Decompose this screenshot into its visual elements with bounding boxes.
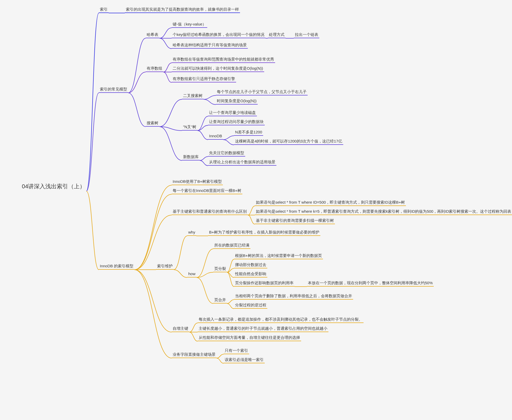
node-n3f2[interactable]: 该索引必须是唯一索引 xyxy=(224,356,265,363)
node-n3d2a[interactable]: 所在的数据页已经满 xyxy=(213,242,250,249)
edge-n3-n3b xyxy=(134,194,172,270)
edge-n2b-n2b3 xyxy=(163,72,172,82)
node-n2a[interactable]: 哈希表 xyxy=(146,31,159,38)
node-n2c2b[interactable]: 让查询过程访问尽量少的数据块 xyxy=(208,118,265,125)
node-n2c[interactable]: 搜索树 xyxy=(146,120,159,127)
edge-n2c2-n2c2a xyxy=(197,116,208,131)
node-n3e1[interactable]: 每次插入一条新记录，都是追加操作，都不涉及到挪动其他记录，也不会触发叶子节点的分… xyxy=(198,316,364,323)
node-n3b[interactable]: 每一个索引在InnoDB里面对应一棵B+树 xyxy=(172,187,242,194)
node-n3d1[interactable]: why xyxy=(187,229,196,236)
edge-n2-n2a xyxy=(128,38,146,93)
edge-n2c1-n2c1a xyxy=(204,95,216,99)
node-n3a[interactable]: InnoDB使用了B+树索引模型 xyxy=(172,178,223,185)
node-n2c2a[interactable]: 让一个查询尽量少地读磁盘 xyxy=(208,109,257,116)
node-n2c2c1[interactable]: N差不多是1200 xyxy=(234,129,263,136)
node-n3d[interactable]: 索引维护 xyxy=(156,263,174,270)
node-n2c2[interactable]: "N叉"树 xyxy=(182,124,197,131)
edge-n2c2-n2c2c xyxy=(197,131,208,140)
node-n2a3[interactable]: 哈希表这种结构适用于只有等值查询的场景 xyxy=(172,42,248,49)
node-n3c[interactable]: 基于主键索引和普通索引的查询有什么区别 xyxy=(172,208,248,215)
node-n3e2[interactable]: 主键长度越小，普通索引的叶子节点就越小，普通索引占用的空间也就越小 xyxy=(198,325,328,332)
node-n3d2b2[interactable]: 挪动部分数据过去 xyxy=(234,261,267,268)
node-n2c3[interactable]: 新数据库 xyxy=(182,153,200,160)
edge-n3d-n3d1 xyxy=(174,236,187,270)
node-n1a[interactable]: 索引的出现其实就是为了提高数据查询的效率，就像书的目录一样 xyxy=(125,6,240,13)
edge-n2c3-n2c3a xyxy=(200,157,208,160)
edge-n3-n3a xyxy=(134,185,172,270)
node-n3d2c2[interactable]: 分裂过程的逆过程 xyxy=(234,302,267,309)
node-n3d2b4[interactable]: 页分裂操作还影响数据页的利用率 xyxy=(234,280,295,287)
node-n2b3[interactable]: 有序数组索引只适用于静态存储引擎 xyxy=(172,75,236,82)
node-n2c1[interactable]: 二叉搜索树 xyxy=(182,92,204,99)
node-n2b2[interactable]: 二分法就可以快速得到，这个时间复杂度是O(log(N)) xyxy=(172,65,264,72)
edge-n2c3-n2c3b xyxy=(200,160,208,166)
node-n2c2c2[interactable]: 这棵树高是4的时候，就可以存1200的3次方个值，这已经17亿 xyxy=(234,138,343,145)
edge-n3-n3e xyxy=(134,270,172,332)
edge-n3d2c-n3d2c1 xyxy=(227,300,234,303)
edge-n3e-n3e3 xyxy=(189,332,198,341)
node-n2c3b[interactable]: 从理论上分析出这个数据库的适用场景 xyxy=(208,159,276,166)
node-n3d2c[interactable]: 页合并 xyxy=(213,296,227,303)
edge-n3d2-n3d2a xyxy=(197,249,213,277)
node-n2a2b[interactable]: 处理方式 xyxy=(268,31,286,38)
node-n3d2[interactable]: how xyxy=(187,270,197,277)
edge-n2c-n2c3 xyxy=(159,127,182,160)
edge-n3f-n3f2 xyxy=(217,358,224,363)
edge-n3c-n3c3 xyxy=(248,215,255,224)
node-n3d2b[interactable]: 页分裂 xyxy=(213,265,227,272)
edge-n2c2c-n2c2c1 xyxy=(223,136,234,140)
node-n2a2c[interactable]: 拉出一个链表 xyxy=(294,31,319,38)
node-n2c2c[interactable]: InnoDB xyxy=(208,133,223,140)
edge-n3-n3f xyxy=(134,270,172,358)
edge-n3d-n3d2 xyxy=(174,270,187,277)
node-n1[interactable]: 索引 xyxy=(99,6,109,13)
edge-n2c-n2c1 xyxy=(159,99,182,127)
node-n3c1[interactable]: 如果语句是select * from T where ID=500，即主键查询方… xyxy=(255,199,406,206)
edge-n3f-n3f1 xyxy=(217,354,224,358)
edge-n2c-n2c2 xyxy=(159,127,182,131)
node-n2b[interactable]: 有序数组 xyxy=(146,65,163,72)
node-n3c3[interactable]: 基于非主键索引的查询需要多扫描一棵索引树 xyxy=(255,217,335,224)
node-n3d1a[interactable]: B+树为了维护索引有序性，在插入新值的时候需要做必要的维护 xyxy=(208,229,320,236)
node-n2a1[interactable]: 键-值（key-value） xyxy=(172,21,207,28)
node-n2[interactable]: 索引的常见模型 xyxy=(99,86,128,93)
edge-n2c2c-n2c2c2 xyxy=(223,140,234,145)
node-n2c1a[interactable]: 每个节点的左儿子小于父节点，父节点又小于右儿子 xyxy=(216,88,308,95)
node-n3d2c1[interactable]: 当相邻两个页由于删除了数据，利用率很低之后，会将数据页做合并 xyxy=(234,293,353,300)
node-n2a2[interactable]: 个key值经过哈希函数的换算，会出现同一个值的情况 xyxy=(172,31,265,38)
node-n3d2b4a[interactable]: 本放在一个页的数据，现在分到两个页中，整体空间利用率降低大约50% xyxy=(307,280,434,287)
node-n3e3[interactable]: 从性能和存储空间方面考量，自增主键往往是更合理的选择 xyxy=(198,334,301,341)
node-n3d2b3[interactable]: 性能自然会受影响 xyxy=(234,270,267,277)
edge-n3c-n3c1 xyxy=(248,206,255,215)
edge-n2a-n2a1 xyxy=(159,28,172,38)
node-n2b1[interactable]: 有序数组在等值查询和范围查询场景中的性能就都非常优秀 xyxy=(172,56,275,63)
edge-root-n3 xyxy=(86,191,99,270)
edge-n3e-n3e1 xyxy=(189,323,198,332)
node-n2c1b[interactable]: 时间复杂度是O(log(N)) xyxy=(216,98,258,105)
node-n3e[interactable]: 自增主键 xyxy=(172,325,189,332)
node-n2c3a[interactable]: 先关注它的数据模型 xyxy=(208,150,245,157)
edge-n3d2-n3d2c xyxy=(197,277,213,303)
edge-n2-n2c xyxy=(128,93,146,127)
node-n3f[interactable]: 业务字段直接做主键场景 xyxy=(172,351,217,358)
edge-n2b-n2b1 xyxy=(163,63,172,72)
edge-n3d2c-n3d2c2 xyxy=(227,303,234,309)
node-n3f1[interactable]: 只有一个索引 xyxy=(224,347,249,354)
edge-n3-n3c xyxy=(134,215,172,270)
node-n3c2[interactable]: 如果语句是select * from T where k=5，即普通索引查询方式… xyxy=(255,208,512,215)
node-n3d2b1[interactable]: 根据B+树的算法，这时候需要申请一个新的数据页 xyxy=(234,252,323,259)
edge-root-n1 xyxy=(86,13,99,191)
edge-n2-n2b xyxy=(128,72,146,93)
node-n3[interactable]: InnoDB 的索引模型 xyxy=(99,263,134,270)
mindmap-canvas: 04讲深入浅出索引（上）索引索引的出现其实就是为了提高数据查询的效率，就像书的目… xyxy=(0,0,512,420)
edge-n2c1-n2c1b xyxy=(204,99,216,105)
edge-n2a-n2a3 xyxy=(159,38,172,49)
root-node[interactable]: 04讲深入浅出索引（上） xyxy=(21,182,86,191)
